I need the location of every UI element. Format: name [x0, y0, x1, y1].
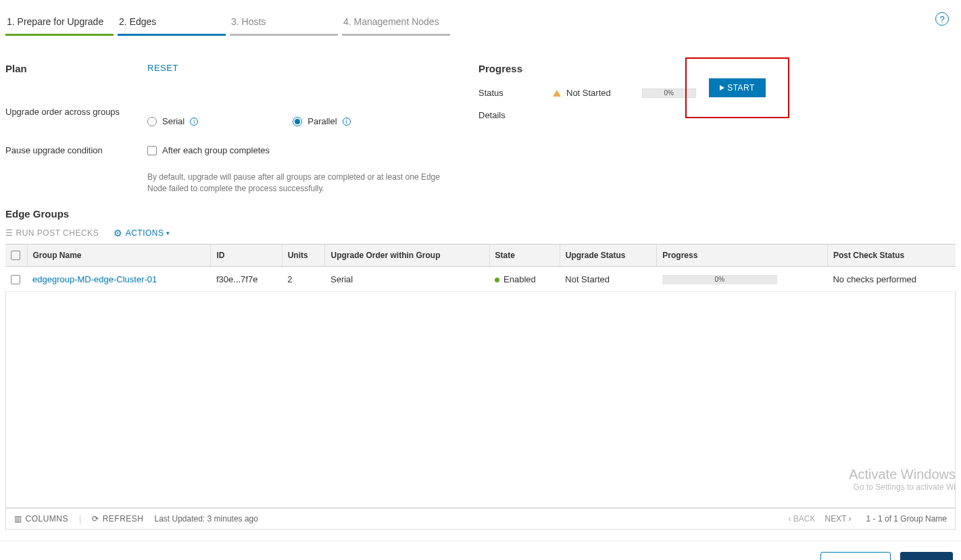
status-text: Not Started	[566, 88, 611, 98]
pause-option-label: After each group completes	[162, 145, 270, 155]
cell-id: f30e...7f7e	[211, 267, 282, 292]
last-updated: Last Updated: 3 minutes ago	[154, 514, 257, 524]
wizard-tabs: 1. Prepare for Upgrade 2. Edges 3. Hosts…	[0, 0, 961, 36]
run-post-checks: ☰ RUN POST CHECKS	[5, 228, 99, 238]
checklist-icon: ☰	[5, 228, 14, 238]
table-toolbar: ☰ RUN POST CHECKS ⚙ ACTIONS ▾	[0, 225, 961, 244]
columns-icon: ▥	[14, 514, 22, 524]
reset-link[interactable]: RESET	[147, 63, 178, 73]
table-empty-space	[5, 292, 956, 508]
table-row[interactable]: edgegroup-MD-edge-Cluster-01 f30e...7f7e…	[5, 267, 956, 292]
table-footer: ▥ COLUMNS | ⟳ REFRESH Last Updated: 3 mi…	[5, 508, 956, 530]
radio-icon	[147, 117, 157, 126]
start-highlight-box: START	[685, 57, 789, 118]
col-progress[interactable]: Progress	[657, 244, 828, 267]
tab-hosts[interactable]: 3. Hosts	[230, 12, 338, 36]
order-radios: Serial i Parallel i	[147, 116, 478, 126]
cell-post-check: No checks performed	[827, 267, 956, 292]
help-icon[interactable]: ?	[935, 12, 949, 26]
next-button[interactable]: NEXT	[900, 552, 953, 560]
radio-serial[interactable]: Serial i	[147, 116, 198, 126]
row-checkbox[interactable]	[11, 275, 20, 284]
col-upgrade-status[interactable]: Upgrade Status	[560, 244, 657, 267]
pager: ‹ BACK NEXT ›	[788, 514, 851, 524]
tab-prepare[interactable]: 1. Prepare for Upgrade	[5, 12, 114, 36]
select-all-checkbox[interactable]	[11, 251, 20, 260]
info-icon[interactable]: i	[343, 118, 351, 126]
col-id[interactable]: ID	[211, 244, 282, 267]
progress-section: Progress Status Not Started 0% Details S…	[478, 63, 956, 195]
cell-order: Serial	[325, 267, 489, 292]
refresh-button[interactable]: ⟳ REFRESH	[92, 514, 143, 524]
warning-icon	[553, 90, 561, 97]
previous-button[interactable]: PREVIOUS	[820, 552, 891, 560]
cell-upgrade-status: Not Started	[560, 267, 657, 292]
details-label: Details	[478, 110, 553, 120]
bottom-bar: Do not power-off or reboot the nodes whe…	[0, 540, 961, 560]
refresh-icon: ⟳	[92, 514, 99, 524]
order-label: Upgrade order across groups	[5, 107, 147, 126]
plan-section: Plan RESET Upgrade order across groups S…	[5, 63, 478, 195]
plan-title: Plan	[5, 63, 147, 74]
row-count: 1 - 1 of 1 Group Name	[866, 514, 947, 524]
columns-button[interactable]: ▥ COLUMNS	[14, 514, 68, 524]
edge-groups-title: Edge Groups	[0, 195, 961, 225]
status-dot-icon	[495, 278, 499, 282]
radio-serial-label: Serial	[162, 116, 184, 126]
pager-back[interactable]: ‹ BACK	[788, 514, 815, 524]
col-order[interactable]: Upgrade Order within Group	[325, 244, 489, 267]
group-name-link[interactable]: edgegroup-MD-edge-Cluster-01	[32, 274, 157, 284]
info-icon[interactable]: i	[190, 118, 198, 126]
radio-icon	[293, 117, 302, 126]
checkbox-icon	[147, 146, 157, 155]
col-state[interactable]: State	[489, 244, 560, 267]
cell-units: 2	[282, 267, 325, 292]
content-top: Plan RESET Upgrade order across groups S…	[0, 36, 961, 195]
cell-progress: 0%	[657, 267, 828, 292]
col-name[interactable]: Group Name	[27, 244, 211, 267]
tab-edges[interactable]: 2. Edges	[118, 12, 226, 36]
col-post-check[interactable]: Post Check Status	[827, 244, 956, 267]
pager-next[interactable]: NEXT ›	[824, 514, 851, 524]
start-button-label: START	[727, 83, 755, 93]
edge-groups-table: Group Name ID Units Upgrade Order within…	[5, 244, 956, 292]
cell-state: Enabled	[489, 267, 560, 292]
play-icon	[720, 85, 724, 91]
tab-management[interactable]: 4. Management Nodes	[342, 12, 450, 36]
gear-icon: ⚙	[114, 228, 123, 238]
pause-checkbox-row[interactable]: After each group completes	[147, 145, 478, 155]
chevron-down-icon: ▾	[166, 230, 170, 236]
pause-note: By default, upgrade will pause after all…	[147, 172, 458, 195]
radio-parallel-label: Parallel	[307, 116, 337, 126]
status-label: Status	[478, 88, 553, 98]
col-units[interactable]: Units	[282, 244, 325, 267]
actions-dropdown[interactable]: ⚙ ACTIONS ▾	[114, 228, 170, 238]
pause-label: Pause upgrade condition	[5, 145, 147, 195]
start-button[interactable]: START	[709, 78, 766, 97]
radio-parallel[interactable]: Parallel i	[293, 116, 350, 126]
